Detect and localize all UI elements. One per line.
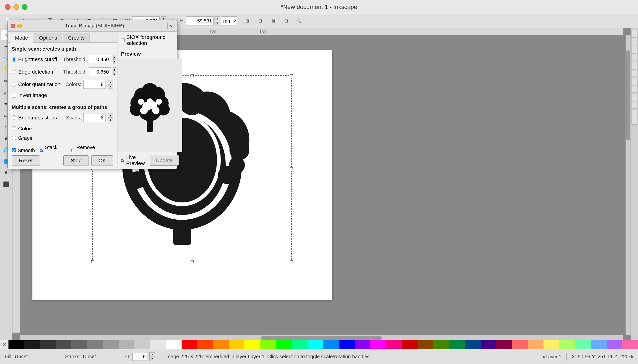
col-up[interactable]: ▲	[108, 80, 113, 84]
scans-up[interactable]: ▲	[108, 113, 113, 118]
colors-multi-radio[interactable]	[12, 126, 16, 131]
palette-color-32[interactable]	[512, 340, 528, 349]
palette-color-8[interactable]	[135, 340, 150, 349]
invert-checkbox[interactable]	[12, 93, 16, 98]
palette-color-1[interactable]	[24, 340, 40, 349]
right-panel-btn5[interactable]: ⟨	[631, 94, 638, 109]
palette-color-11[interactable]	[182, 340, 197, 349]
opacity-spinner[interactable]: ▲ ▼	[149, 352, 155, 361]
dialog-close-btn[interactable]	[11, 24, 15, 28]
scans-down[interactable]: ▼	[108, 118, 113, 122]
zoom-btn2[interactable]: ⊟	[254, 16, 266, 26]
text-tool[interactable]: A	[1, 168, 12, 178]
edge-threshold-input[interactable]	[89, 67, 111, 76]
zoom-search[interactable]: 🔍	[293, 16, 305, 26]
bt-down[interactable]: ▼	[113, 59, 116, 64]
smooth-label[interactable]: Smooth	[12, 148, 35, 152]
tab-options[interactable]: Options	[34, 33, 62, 42]
palette-color-27[interactable]	[433, 340, 449, 349]
brightness-cutoff-label[interactable]: Brightness cutoff	[12, 56, 59, 62]
palette-color-37[interactable]	[591, 340, 606, 349]
live-preview-label[interactable]: Live Preview	[121, 154, 146, 166]
palette-color-9[interactable]	[150, 340, 166, 349]
close-button[interactable]	[5, 4, 11, 10]
palette-color-19[interactable]	[308, 340, 323, 349]
siox-label[interactable]: SIOX foreground selection	[121, 34, 179, 46]
gradient-tool[interactable]: ⬛	[1, 179, 12, 190]
dialog-x-button[interactable]: ✕	[167, 23, 174, 29]
palette-color-25[interactable]	[402, 340, 417, 349]
vertical-scrollbar[interactable]	[625, 36, 630, 335]
v-scroll-thumb[interactable]	[626, 50, 630, 140]
scans-input[interactable]	[83, 113, 106, 122]
et-up[interactable]: ▲	[113, 67, 116, 72]
palette-color-29[interactable]	[465, 340, 481, 349]
tab-credits[interactable]: Credits	[63, 33, 90, 42]
palette-color-23[interactable]	[370, 340, 386, 349]
height-down[interactable]: ▼	[215, 21, 220, 26]
palette-color-33[interactable]	[528, 340, 543, 349]
remove-bg-label[interactable]: Remove background	[71, 144, 113, 152]
brightness-threshold-input[interactable]	[89, 55, 111, 64]
palette-color-28[interactable]	[449, 340, 465, 349]
palette-color-3[interactable]	[56, 340, 71, 349]
edge-detection-radio[interactable]	[12, 70, 16, 74]
dialog-minimize-btn[interactable]	[17, 24, 22, 28]
siox-checkbox[interactable]	[121, 38, 125, 42]
opacity-input[interactable]	[133, 353, 147, 361]
height-up[interactable]: ▲	[215, 16, 220, 21]
palette-color-34[interactable]	[543, 340, 559, 349]
maximize-button[interactable]	[22, 4, 28, 10]
brightness-steps-radio[interactable]	[12, 116, 16, 120]
remove-bg-checkbox[interactable]	[71, 148, 75, 152]
grays-radio[interactable]	[12, 136, 16, 140]
palette-color-24[interactable]	[386, 340, 402, 349]
stack-label[interactable]: Stack scans	[40, 144, 66, 152]
handle-bl[interactable]	[91, 260, 94, 263]
palette-color-14[interactable]	[229, 340, 244, 349]
brightness-threshold-spinner[interactable]: ▲ ▼	[113, 55, 116, 64]
colors-input[interactable]	[83, 80, 106, 89]
zoom-fit-btn[interactable]: ⊞	[241, 16, 253, 26]
edge-threshold-spinner[interactable]: ▲ ▼	[113, 67, 116, 76]
palette-color-26[interactable]	[417, 340, 433, 349]
et-down[interactable]: ▼	[113, 72, 116, 76]
minimize-button[interactable]	[14, 4, 19, 10]
opacity-down[interactable]: ▼	[149, 357, 155, 361]
palette-color-18[interactable]	[292, 340, 308, 349]
opacity-up[interactable]: ▲	[149, 352, 155, 357]
palette-color-5[interactable]	[87, 340, 103, 349]
palette-color-13[interactable]	[213, 340, 229, 349]
palette-color-31[interactable]	[496, 340, 512, 349]
reset-button[interactable]: Reset	[12, 155, 40, 166]
edge-detection-label[interactable]: Edge detection	[12, 69, 59, 75]
color-quantization-radio[interactable]	[12, 82, 16, 86]
palette-color-36[interactable]	[575, 340, 591, 349]
palette-color-35[interactable]	[559, 340, 575, 349]
update-button[interactable]: Update	[150, 155, 179, 166]
palette-color-22[interactable]	[355, 340, 370, 349]
unit-select[interactable]: mm px cm in	[221, 16, 237, 26]
handle-tr[interactable]	[290, 74, 293, 77]
grays-label[interactable]: Grays	[12, 135, 59, 141]
palette-color-30[interactable]	[481, 340, 496, 349]
stack-checkbox[interactable]	[40, 148, 44, 152]
zoom-btn3[interactable]: ⊠	[267, 16, 279, 26]
tab-mode[interactable]: Mode	[10, 33, 34, 43]
palette-color-7[interactable]	[119, 340, 135, 349]
x-icon[interactable]: ✕	[2, 342, 7, 348]
right-panel-btn2[interactable]: ⟨	[631, 46, 638, 61]
palette-color-6[interactable]	[103, 340, 119, 349]
palette-color-39[interactable]	[622, 340, 638, 349]
palette-color-38[interactable]	[606, 340, 622, 349]
brightness-cutoff-radio[interactable]	[12, 57, 16, 62]
smooth-checkbox[interactable]	[12, 148, 16, 152]
right-panel-btn4[interactable]: ⟨	[631, 78, 638, 93]
horizontal-scrollbar[interactable]	[20, 335, 623, 340]
stop-button[interactable]: Stop	[63, 155, 89, 166]
zoom-btn4[interactable]: ⊡	[280, 16, 292, 26]
colors-spinner[interactable]: ▲ ▼	[108, 80, 113, 89]
palette-color-4[interactable]	[71, 340, 87, 349]
palette-color-15[interactable]	[244, 340, 260, 349]
live-preview-checkbox[interactable]	[121, 158, 124, 162]
